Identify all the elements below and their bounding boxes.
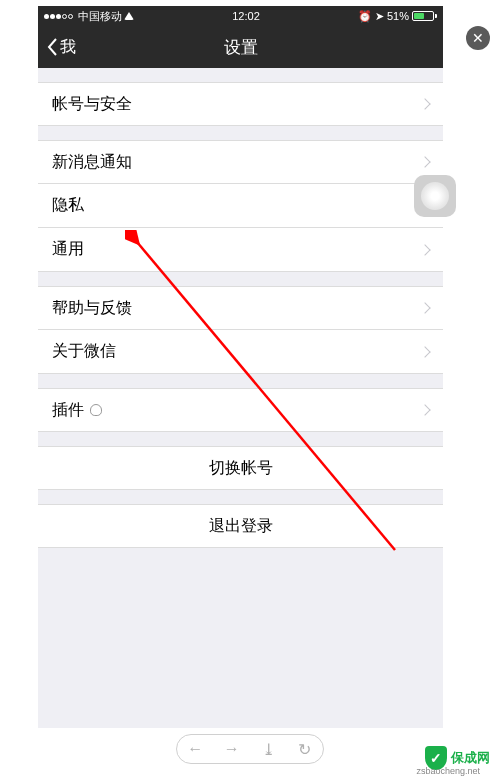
group-logout: 退出登录 [38, 504, 443, 548]
switch-account-button[interactable]: 切换帐号 [38, 446, 443, 490]
group-plugins: 插件 [38, 388, 443, 432]
viewer-toolbar: ← → ⤓ ↻ [176, 734, 324, 764]
rotate-icon[interactable]: ↻ [298, 742, 312, 756]
status-right: ⏰ ➤ 51% [358, 10, 437, 23]
close-icon: ✕ [472, 30, 484, 46]
watermark: ✓ 保成网 zsbaocheng.net [425, 746, 490, 770]
item-general[interactable]: 通用 [38, 228, 443, 272]
wifi-icon [124, 12, 134, 20]
item-notifications[interactable]: 新消息通知 [38, 140, 443, 184]
prev-icon[interactable]: ← [188, 742, 202, 756]
item-help-feedback[interactable]: 帮助与反馈 [38, 286, 443, 330]
clock: 12:02 [232, 10, 260, 22]
carrier-label: 中国移动 [78, 9, 122, 24]
item-label: 通用 [52, 239, 84, 260]
item-label: 隐私 [52, 195, 84, 216]
next-icon[interactable]: → [225, 742, 239, 756]
assistive-touch-button[interactable] [414, 175, 456, 217]
chevron-right-icon [419, 244, 430, 255]
chevron-right-icon [419, 346, 430, 357]
logout-button[interactable]: 退出登录 [38, 504, 443, 548]
chevron-right-icon [419, 98, 430, 109]
status-bar: 中国移动 12:02 ⏰ ➤ 51% [38, 6, 443, 26]
bulb-icon [90, 404, 102, 416]
chevron-right-icon [419, 156, 430, 167]
brand-name: 保成网 [451, 749, 490, 767]
item-label: 切换帐号 [209, 458, 273, 479]
group-settings: 新消息通知 隐私 通用 [38, 140, 443, 272]
battery-icon [412, 11, 437, 21]
group-help: 帮助与反馈 关于微信 [38, 286, 443, 374]
chevron-left-icon [46, 37, 58, 57]
page-title: 设置 [224, 36, 258, 59]
battery-pct: 51% [387, 10, 409, 22]
download-icon[interactable]: ⤓ [261, 742, 275, 756]
item-label: 帐号与安全 [52, 94, 132, 115]
signal-icon [44, 14, 73, 19]
status-left: 中国移动 [44, 9, 134, 24]
brand-url: zsbaocheng.net [416, 766, 480, 776]
chevron-right-icon [419, 302, 430, 313]
location-icon: ➤ [375, 10, 384, 23]
back-button[interactable]: 我 [46, 37, 76, 58]
chevron-right-icon [419, 404, 430, 415]
phone-screen: 中国移动 12:02 ⏰ ➤ 51% 我 设置 帐号与安全 新消息通知 [38, 6, 443, 728]
item-label: 退出登录 [209, 516, 273, 537]
group-account: 帐号与安全 [38, 82, 443, 126]
item-about-wechat[interactable]: 关于微信 [38, 330, 443, 374]
item-label: 帮助与反馈 [52, 298, 132, 319]
item-label: 关于微信 [52, 341, 116, 362]
assistive-touch-icon [421, 182, 449, 210]
item-plugins[interactable]: 插件 [38, 388, 443, 432]
back-label: 我 [60, 37, 76, 58]
item-account-security[interactable]: 帐号与安全 [38, 82, 443, 126]
nav-bar: 我 设置 [38, 26, 443, 68]
group-switch: 切换帐号 [38, 446, 443, 490]
item-privacy[interactable]: 隐私 [38, 184, 443, 228]
close-button[interactable]: ✕ [466, 26, 490, 50]
item-label: 插件 [52, 400, 84, 421]
item-label: 新消息通知 [52, 152, 132, 173]
alarm-icon: ⏰ [358, 10, 372, 23]
